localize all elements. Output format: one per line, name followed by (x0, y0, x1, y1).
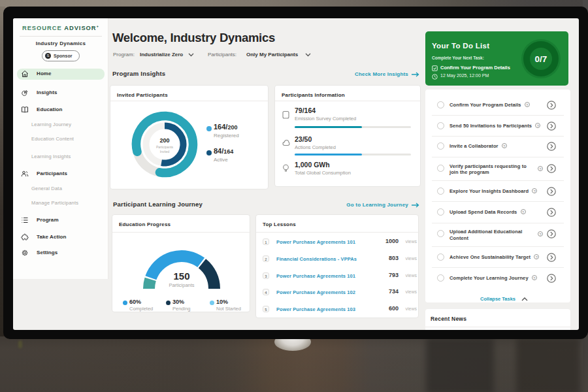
svg-text:Participants: Participants (156, 145, 174, 149)
svg-text:0/7: 0/7 (535, 54, 547, 64)
svg-text:Invited: Invited (160, 150, 170, 154)
svg-text:200: 200 (159, 137, 169, 144)
